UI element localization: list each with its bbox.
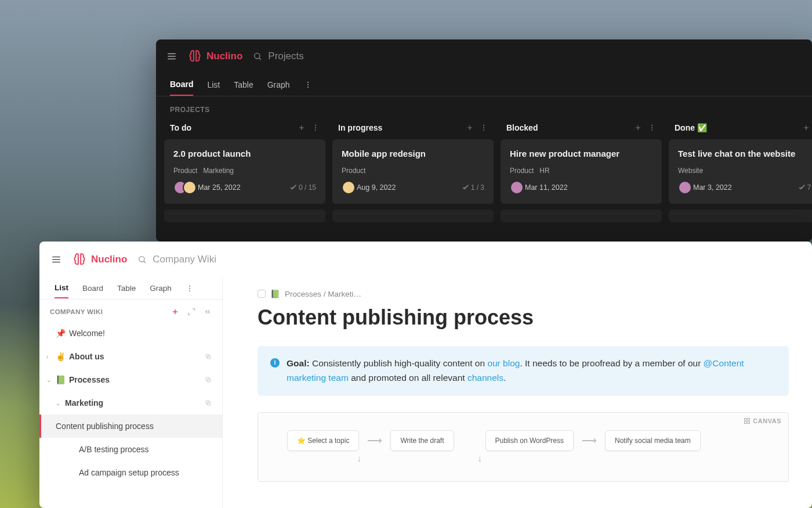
board-card[interactable]: Hire new product manager ProductHR Mar 1… [501,139,662,204]
search[interactable]: Company Wiki [137,254,216,265]
tree-item[interactable]: Content publishing process [39,415,222,438]
breadcrumb-path[interactable]: Processes / Marketi… [285,290,361,298]
more-vertical-icon[interactable] [304,81,312,89]
chevron-icon[interactable]: › [46,354,52,360]
board-column: Done ✅ Test live chat on the website Web… [669,118,812,222]
tree-label: About us [69,352,201,361]
copy-icon[interactable] [205,399,212,406]
workspace-title: COMPANY WIKI [50,308,163,315]
column-title: Blocked [506,123,628,132]
svg-point-15 [483,125,484,126]
canvas-embed[interactable]: CANVAS ⭐ Select a topic ⟶ Write the draf… [258,412,789,482]
search-icon [137,255,147,264]
tab-graph[interactable]: Graph [150,279,172,298]
canvas-node[interactable]: ⭐ Select a topic [287,430,359,451]
tab-list[interactable]: List [207,74,220,95]
tree-item[interactable]: 📌Welcome! [39,322,222,345]
brain-icon [187,49,202,64]
checkbox-icon[interactable] [258,290,266,298]
more-vertical-icon[interactable] [186,284,194,293]
copy-icon[interactable] [205,376,212,383]
hamburger-icon[interactable] [51,254,61,265]
brand-name: Nuclino [91,254,127,265]
tab-list[interactable]: List [55,278,68,298]
svg-point-16 [483,127,484,128]
svg-rect-47 [745,421,747,424]
board-card[interactable]: 2.0 product launch ProductMarketing Mar … [164,139,325,204]
tree-item[interactable]: Ad campaign setup process [39,461,222,484]
tab-table[interactable]: Table [234,74,253,95]
board-columns: To do 2.0 product launch ProductMarketin… [156,118,812,222]
svg-point-10 [315,125,316,126]
card-tags: ProductMarketing [173,167,316,175]
link-our-blog[interactable]: our blog [487,358,520,368]
due-date: Mar 25, 2022 [198,183,289,192]
tag: Website [678,167,703,175]
page-emoji-icon: ✌️ [56,352,66,361]
hamburger-icon[interactable] [166,51,177,62]
canvas-node[interactable]: Notify social media team [605,430,701,451]
avatars [510,181,519,194]
tab-board[interactable]: Board [82,279,103,298]
canvas-nodes: ⭐ Select a topic ⟶ Write the draft ⟶ Pub… [258,413,788,451]
avatars [678,181,687,194]
info-icon: i [270,358,280,368]
breadcrumb: 📗 Processes / Marketi… [258,289,789,298]
card-tags: Product [342,167,484,175]
tree-item[interactable]: ⌄Marketing [39,391,222,415]
card-tags: Website [678,167,812,175]
more-vertical-icon[interactable] [480,124,488,132]
avatars [173,181,192,194]
canvas-node[interactable]: Write the draft [390,430,454,451]
page-emoji-icon: 📗 [56,375,66,384]
svg-point-5 [307,81,309,82]
due-date: Mar 11, 2022 [525,183,652,192]
search[interactable]: Projects [253,51,303,62]
tab-graph[interactable]: Graph [267,74,290,95]
wiki-window: Nuclino Company Wiki List Board Table Gr… [39,242,812,508]
board-card[interactable]: Mobile app redesign Product Aug 9, 20221… [332,139,494,204]
plus-icon[interactable] [466,124,474,132]
collapse-sidebar-icon[interactable] [204,308,212,316]
topbar: Nuclino Projects [156,39,812,73]
link-channels[interactable]: channels [467,373,503,383]
more-vertical-icon[interactable] [311,124,320,132]
progress-indicator: 1 / 3 [462,183,484,192]
plus-icon[interactable] [171,308,179,316]
goal-callout: i Goal: Consistently publish high-qualit… [258,346,789,396]
card-placeholder [501,210,662,222]
brand-logo[interactable]: Nuclino [187,49,242,64]
plus-icon[interactable] [298,124,306,132]
tree-item[interactable]: ⌄📗Processes [39,368,222,391]
plus-icon[interactable] [634,124,642,132]
tab-board[interactable]: Board [170,74,193,96]
board-column: In progress Mobile app redesign Product … [332,118,494,222]
brand-logo[interactable]: Nuclino [72,252,127,267]
workspace-header: COMPANY WIKI [39,300,222,322]
svg-point-17 [483,129,484,131]
tab-table[interactable]: Table [117,279,136,298]
svg-point-6 [307,84,309,85]
canvas-node[interactable]: Publish on WordPress [485,430,574,451]
copy-icon[interactable] [205,353,212,360]
svg-point-22 [651,129,652,131]
canvas-icon [744,417,751,424]
tree-item[interactable]: A/B testing process [39,438,222,461]
tree-item[interactable]: ›✌️About us [39,345,222,368]
arrow-down-icons: ↓↓ [258,453,788,464]
brand-name: Nuclino [206,51,242,62]
svg-point-12 [315,129,316,131]
plus-icon[interactable] [802,124,810,132]
chevron-icon[interactable]: ⌄ [46,377,52,383]
board-column: Blocked Hire new product manager Product… [501,118,662,222]
board-card[interactable]: Test live chat on the website Website Ma… [669,139,812,204]
goal-label: Goal: [287,358,310,368]
avatar [510,181,524,194]
svg-point-34 [189,287,190,289]
tree-label: Marketing [65,398,201,408]
svg-line-4 [259,58,261,60]
expand-icon[interactable] [187,308,195,316]
more-vertical-icon[interactable] [648,124,656,132]
card-title: 2.0 product launch [173,149,316,158]
chevron-icon[interactable]: ⌄ [56,400,61,406]
